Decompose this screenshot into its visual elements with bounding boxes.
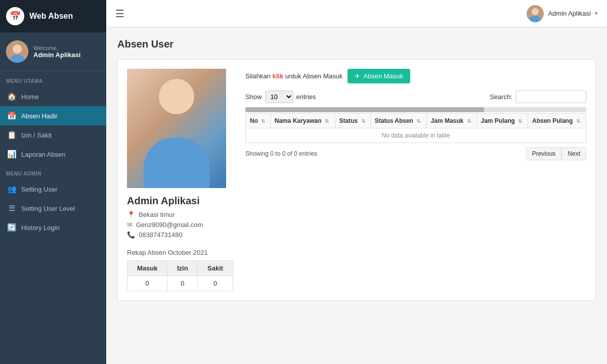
previous-button[interactable]: Previous [526,147,562,160]
topbar-right: Admin Aplikasi ▾ [527,5,598,22]
main-card: Admin Aplikasi 📍 Bekasi timur ✉ Genz9090… [117,59,596,301]
show-label: Show [245,93,262,101]
sidebar-item-absen-hadir-label: Absen Hadir [21,112,58,120]
col-nama-karyawan[interactable]: Nama Karyawan ⇅ [270,114,335,128]
sidebar-item-laporan-absen[interactable]: 📊 Laporan Absen [0,145,106,164]
rekap-table: Masuk Izin Sakit 0 0 0 [127,260,233,291]
sort-icon-nama: ⇅ [325,118,329,124]
scrollbar-thumb [245,107,484,112]
sidebar-item-history-login[interactable]: 🔄 History Login [0,218,106,237]
pagination: Previous Next [526,147,586,160]
sidebar-avatar [6,40,28,63]
next-button[interactable]: Next [561,147,586,160]
topbar-caret[interactable]: ▾ [595,10,598,17]
rekap-val-masuk: 0 [127,276,167,291]
rekap-header-izin: Izin [167,261,198,276]
sidebar-item-laporan-absen-label: Laporan Absen [21,151,65,158]
search-row: Search: [490,90,586,103]
clipboard-icon: 📋 [7,130,16,140]
table-footer: Showing 0 to 0 of 0 entries Previous Nex… [245,147,586,160]
absen-instruction-text: Silahkan klik untuk Absen Masuk [245,72,342,80]
topbar-username: Admin Aplikasi [548,10,591,17]
rekap-header-sakit: Sakit [198,261,233,276]
main-area: ☰ Admin Aplikasi ▾ Absen User [106,0,607,364]
sidebar-item-home[interactable]: 🏠 Home [0,87,106,106]
logo-icon: 📅 [6,7,24,25]
svg-point-1 [13,44,22,54]
no-data-row: No data available in table [246,128,586,143]
content-area: Absen User Admin Aplikasi 📍 Bekasi timur… [106,27,607,364]
sidebar-item-izin-sakit-label: Izin / Sakit [21,131,52,139]
col-jam-masuk[interactable]: Jam Masuk ⇅ [426,114,476,128]
sidebar-profile-username: Admin Aplikasi [33,51,80,59]
profile-phone-row: 📞 083874731480 [127,231,233,239]
users-icon: 👥 [7,185,16,194]
sort-icon-jam-pulang: ⇅ [518,118,522,124]
klik-text: klik [272,72,283,80]
sidebar-item-izin-sakit[interactable]: 📋 Izin / Sakit [0,125,106,145]
sort-icon-no: ⇅ [261,118,265,124]
search-label: Search: [490,93,512,101]
rekap-header-masuk: Masuk [127,261,167,276]
rekap-title: Rekap Absen October 2021 [127,249,233,256]
sidebar-item-history-login-label: History Login [21,224,60,232]
sidebar-header: 📅 Web Absen [0,0,106,32]
topbar: ☰ Admin Aplikasi ▾ [106,0,607,27]
profile-email: Genz9090@gmail.com [136,221,203,229]
phone-icon: 📞 [127,231,135,239]
profile-details: Silahkan klik untuk Absen Masuk ✈ Absen … [245,69,586,160]
home-icon: 🏠 [7,92,16,101]
profile-photo [127,69,226,188]
sidebar-welcome-label: Welcome, [33,45,80,51]
rekap-data-row: 0 0 0 [127,276,233,291]
absen-masuk-row: Silahkan klik untuk Absen Masuk ✈ Absen … [245,69,586,83]
entries-label: entries [296,93,316,101]
chart-icon: 📊 [7,150,16,159]
profile-location: Bekasi timur [139,211,175,218]
sort-icon-jam-masuk: ⇅ [467,118,471,124]
page-title: Absen User [117,38,596,50]
sort-icon-status-absen: ⇅ [416,118,420,124]
absen-masuk-button-icon: ✈ [355,72,360,80]
sort-icon-absen-pulang: ⇅ [576,118,580,124]
table-controls: Show 10 25 50 100 entries Search: [245,90,586,103]
profile-section: Admin Aplikasi 📍 Bekasi timur ✉ Genz9090… [127,69,586,291]
sidebar-item-setting-user[interactable]: 👥 Setting User [0,179,106,199]
profile-location-row: 📍 Bekasi timur [127,211,233,218]
list-icon: ☰ [7,204,16,213]
sort-icon-status: ⇅ [361,118,365,124]
rekap-val-sakit: 0 [198,276,233,291]
history-icon: 🔄 [7,223,16,232]
location-icon: 📍 [127,211,135,218]
hamburger-icon[interactable]: ☰ [115,8,124,20]
profile-image-area: Admin Aplikasi 📍 Bekasi timur ✉ Genz9090… [127,69,233,291]
col-status[interactable]: Status ⇅ [335,114,370,128]
search-input[interactable] [515,90,586,103]
topbar-avatar [527,5,544,22]
horizontal-scrollbar[interactable] [245,107,586,112]
sidebar-profile: Welcome, Admin Aplikasi [0,32,106,71]
col-jam-pulang[interactable]: Jam Pulang ⇅ [476,114,528,128]
sidebar-item-setting-user-level[interactable]: ☰ Setting User Level [0,199,106,218]
calendar-icon: 📅 [7,111,16,120]
showing-text: Showing 0 to 0 of 0 entries [245,150,317,157]
sidebar-section-menu-utama: MENU UTAMA [0,71,106,87]
sidebar-item-home-label: Home [21,93,39,101]
rekap-section: Rekap Absen October 2021 Masuk Izin Saki… [127,249,233,291]
profile-email-row: ✉ Genz9090@gmail.com [127,221,233,229]
svg-point-4 [532,8,539,15]
col-absen-pulang[interactable]: Absen Pulang ⇅ [528,114,586,128]
absen-masuk-button-label: Absen Masuk [363,72,403,80]
topbar-left: ☰ [115,8,124,20]
table-header-row: No ⇅ Nama Karyawan ⇅ Status ⇅ [246,114,586,128]
sidebar-profile-text: Welcome, Admin Aplikasi [33,45,80,59]
profile-name: Admin Aplikasi [127,195,233,207]
show-entries: Show 10 25 50 100 entries [245,90,316,103]
absen-masuk-button[interactable]: ✈ Absen Masuk [348,69,410,83]
entries-select[interactable]: 10 25 50 100 [265,90,293,103]
col-status-absen[interactable]: Status Absen ⇅ [370,114,426,128]
sidebar-item-absen-hadir[interactable]: 📅 Absen Hadir [0,106,106,125]
col-no[interactable]: No ⇅ [246,114,271,128]
rekap-val-izin: 0 [167,276,198,291]
sidebar: 📅 Web Absen Welcome, Admin Aplikasi MENU… [0,0,106,364]
